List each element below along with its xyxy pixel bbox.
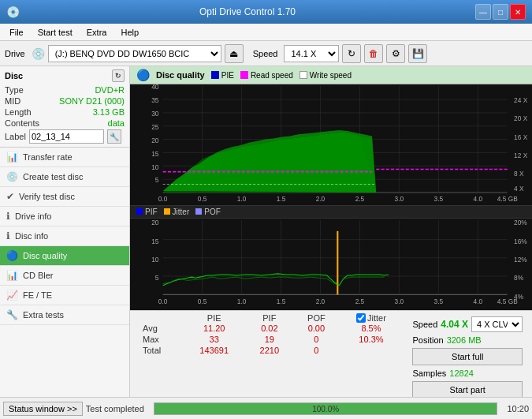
read-speed-color-dot bbox=[240, 71, 248, 79]
drive-icon: 💿 bbox=[32, 47, 45, 60]
svg-text:2.0: 2.0 bbox=[316, 195, 326, 203]
svg-text:0.0: 0.0 bbox=[158, 195, 168, 203]
eject-button[interactable]: ⏏ bbox=[225, 44, 244, 63]
start-full-button[interactable]: Start full bbox=[412, 348, 523, 365]
disc-section-title: Disc bbox=[5, 71, 23, 80]
total-label: Total bbox=[136, 345, 183, 356]
svg-text:20: 20 bbox=[151, 137, 159, 144]
avg-pof: 0.00 bbox=[293, 323, 339, 334]
svg-text:8 X: 8 X bbox=[514, 170, 524, 178]
drive-info-icon: ℹ bbox=[6, 211, 10, 222]
svg-text:30: 30 bbox=[151, 110, 159, 118]
sidebar-item-cd-bler[interactable]: 📊 CD Bler bbox=[0, 266, 129, 286]
svg-text:12%: 12% bbox=[514, 256, 527, 264]
svg-text:2.0: 2.0 bbox=[316, 297, 326, 305]
stats-total-row: Total 143691 2210 0 bbox=[136, 345, 403, 356]
disc-refresh-btn[interactable]: ↻ bbox=[112, 69, 125, 82]
sidebar-label-create-test-disc: Create test disc bbox=[23, 172, 83, 181]
samples-row: Samples 12824 bbox=[412, 368, 523, 378]
svg-text:20%: 20% bbox=[514, 219, 527, 226]
legend2-pif-label: PIF bbox=[145, 208, 158, 216]
max-pof: 0 bbox=[293, 334, 339, 345]
svg-text:12 X: 12 X bbox=[514, 152, 528, 159]
menu-start-test[interactable]: Start test bbox=[32, 26, 79, 39]
svg-text:2.5: 2.5 bbox=[355, 297, 365, 305]
minimize-button[interactable]: — bbox=[475, 4, 491, 20]
sidebar-item-drive-info[interactable]: ℹ Drive info bbox=[0, 207, 129, 226]
sidebar-item-verify-test-disc[interactable]: ✔ Verify test disc bbox=[0, 187, 129, 207]
chart2-svg: 20 15 10 5 20% 16% 12% 8% 4% 0.0 0.5 1.0… bbox=[130, 219, 532, 310]
total-pif: 2210 bbox=[245, 345, 293, 356]
svg-text:20 X: 20 X bbox=[514, 114, 528, 122]
samples-label: Samples bbox=[412, 368, 446, 378]
svg-text:25: 25 bbox=[151, 123, 159, 131]
svg-text:24 X: 24 X bbox=[514, 96, 528, 104]
disc-quality-icon: 🔵 bbox=[6, 250, 18, 261]
disc-quality-title: Disc quality bbox=[156, 70, 205, 80]
speed-combo-select[interactable]: 4 X CLV bbox=[471, 316, 523, 332]
menu-help[interactable]: Help bbox=[114, 26, 145, 39]
chart1-svg: 40 35 30 25 20 15 10 5 24 X 20 X 16 X 12… bbox=[130, 84, 532, 205]
disc-label-input[interactable] bbox=[29, 129, 104, 144]
disc-contents-label: Contents bbox=[5, 118, 39, 128]
chart1-container: 40 35 30 25 20 15 10 5 24 X 20 X 16 X 12… bbox=[130, 84, 532, 206]
start-part-button[interactable]: Start part bbox=[412, 381, 523, 397]
sidebar-item-fe-te[interactable]: 📈 FE / TE bbox=[0, 286, 129, 305]
erase-button[interactable]: 🗑 bbox=[364, 44, 383, 63]
legend2-pif: PIF bbox=[136, 208, 158, 216]
config-button[interactable]: ⚙ bbox=[386, 44, 405, 63]
extra-tests-icon: 🔧 bbox=[6, 309, 18, 320]
stats-avg-row: Avg 11.20 0.02 0.00 8.5% bbox=[136, 323, 403, 334]
titlebar: 💿 Opti Drive Control 1.70 — □ ✕ bbox=[0, 0, 532, 24]
disc-mid-value: SONY D21 (000) bbox=[59, 96, 125, 106]
sidebar-item-transfer-rate[interactable]: 📊 Transfer rate bbox=[0, 148, 129, 167]
save-button[interactable]: 💾 bbox=[408, 44, 427, 63]
sidebar-item-disc-info[interactable]: ℹ Disc info bbox=[0, 226, 129, 246]
jitter-checkbox[interactable] bbox=[356, 313, 366, 323]
col-header-jitter: Jitter bbox=[339, 313, 403, 323]
sidebar-label-cd-bler: CD Bler bbox=[23, 271, 54, 280]
disc-quality-header-icon: 🔵 bbox=[136, 69, 150, 81]
sidebar-item-create-test-disc[interactable]: 💿 Create test disc bbox=[0, 167, 129, 187]
sidebar-navigation: 📊 Transfer rate 💿 Create test disc ✔ Ver… bbox=[0, 148, 129, 397]
svg-text:5: 5 bbox=[155, 274, 159, 282]
sidebar-label-transfer-rate: Transfer rate bbox=[23, 152, 73, 162]
menubar: File Start test Extra Help bbox=[0, 24, 532, 41]
disc-info-panel: Disc ↻ Type DVD+R MID SONY D21 (000) Len… bbox=[0, 66, 129, 148]
svg-text:3.0: 3.0 bbox=[395, 195, 404, 203]
disc-mid-row: MID SONY D21 (000) bbox=[5, 96, 125, 106]
pie-color-dot bbox=[211, 71, 219, 79]
svg-text:4 X: 4 X bbox=[514, 185, 524, 193]
maximize-button[interactable]: □ bbox=[493, 4, 508, 20]
legend2-pof-label: POF bbox=[204, 208, 221, 216]
speed-select[interactable]: 14.1 X bbox=[284, 45, 339, 62]
create-test-disc-icon: 💿 bbox=[6, 171, 18, 182]
disc-type-label: Type bbox=[5, 85, 24, 95]
disc-label-edit-btn[interactable]: 🔧 bbox=[107, 129, 121, 144]
sidebar-item-extra-tests[interactable]: 🔧 Extra tests bbox=[0, 305, 129, 325]
chart2-legend: PIF Jitter POF bbox=[130, 206, 532, 219]
menu-extra[interactable]: Extra bbox=[80, 26, 113, 39]
sidebar: Disc ↻ Type DVD+R MID SONY D21 (000) Len… bbox=[0, 66, 130, 397]
legend-read-speed: Read speed bbox=[240, 71, 293, 80]
menu-file[interactable]: File bbox=[3, 26, 30, 39]
svg-text:3.5: 3.5 bbox=[434, 297, 444, 305]
statusbar: Status window >> Test completed 100.0% 1… bbox=[0, 397, 532, 419]
svg-text:15: 15 bbox=[151, 150, 159, 158]
svg-text:4.0: 4.0 bbox=[474, 297, 483, 305]
total-jitter bbox=[339, 345, 403, 356]
sidebar-item-disc-quality[interactable]: 🔵 Disc quality bbox=[0, 246, 129, 266]
total-pof: 0 bbox=[293, 345, 339, 356]
disc-label-row: Label 🔧 bbox=[5, 129, 125, 144]
drive-select[interactable]: (J:) BENQ DVD DD DW1650 BCIC bbox=[48, 45, 221, 62]
verify-test-disc-icon: ✔ bbox=[6, 191, 14, 202]
position-label: Position bbox=[412, 335, 443, 345]
time-display: 10:20 bbox=[507, 404, 529, 413]
disc-length-value: 3.13 GB bbox=[93, 107, 125, 117]
svg-text:16 X: 16 X bbox=[514, 133, 528, 141]
legend-write-speed: Write speed bbox=[299, 71, 352, 80]
sidebar-label-drive-info: Drive info bbox=[15, 211, 51, 221]
refresh-button[interactable]: ↻ bbox=[342, 44, 361, 63]
status-window-button[interactable]: Status window >> bbox=[3, 402, 83, 416]
close-button[interactable]: ✕ bbox=[510, 4, 526, 20]
